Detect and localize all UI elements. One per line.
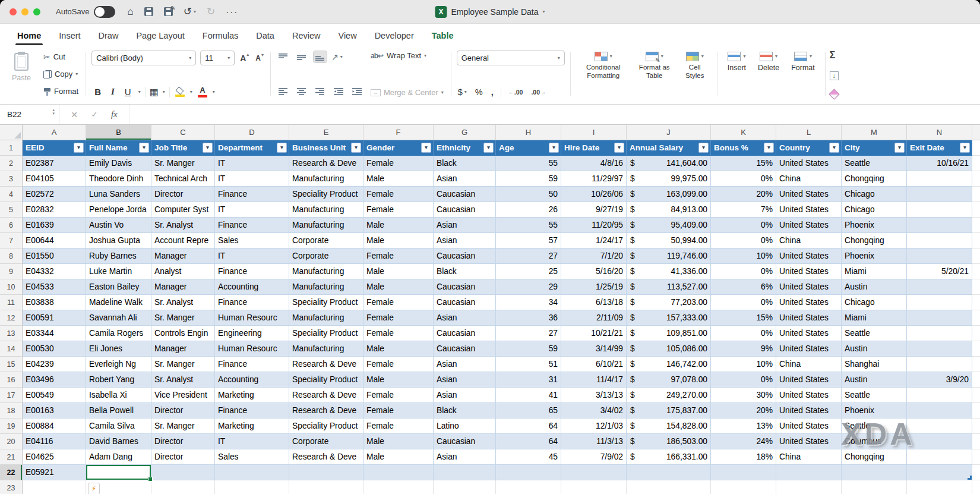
grid-empty-area[interactable]	[972, 403, 980, 419]
cell-K12[interactable]: 15%	[711, 310, 776, 326]
cell-D11[interactable]: Finance	[215, 295, 289, 310]
decrease-indent-button[interactable]	[331, 85, 346, 97]
cell-H10[interactable]: 29	[496, 279, 561, 295]
cell-E4[interactable]: Speciality Product	[289, 187, 363, 202]
cell-A7[interactable]: E00644	[23, 233, 86, 248]
cell-H2[interactable]: 55	[496, 156, 561, 171]
cell-E10[interactable]: Manufacturing	[289, 279, 363, 295]
filter-button[interactable]: ▼	[960, 143, 970, 153]
table-header-cell[interactable]: Annual Salary▼	[627, 140, 711, 156]
insert-function-icon[interactable]: fx	[111, 109, 118, 119]
cell-A3[interactable]: E04105	[23, 171, 86, 187]
cell-E7[interactable]: Corporate	[289, 233, 363, 248]
cell-L20[interactable]: United States	[776, 434, 842, 449]
more-options-icon[interactable]: ···	[226, 7, 238, 17]
cell-F14[interactable]: Male	[363, 341, 434, 357]
cell-I19[interactable]: 12/1/03	[561, 419, 627, 434]
grid-empty-area[interactable]	[972, 372, 980, 388]
cell-C15[interactable]: Sr. Manger	[151, 357, 215, 372]
cell-G5[interactable]: Caucasian	[434, 202, 496, 218]
cell-J7[interactable]: $50,994.00	[627, 233, 711, 248]
table-header-cell[interactable]: Hire Date▼	[561, 140, 627, 156]
column-header-D[interactable]: D	[215, 125, 289, 140]
cell-D4[interactable]: Finance	[215, 187, 289, 202]
row-header-21[interactable]: 21	[0, 449, 23, 465]
cell-D20[interactable]: IT	[215, 434, 289, 449]
row-header-14[interactable]: 14	[0, 341, 23, 357]
cell-A5[interactable]: E02832	[23, 202, 86, 218]
cell-N20[interactable]	[907, 434, 972, 449]
cell-N7[interactable]	[907, 233, 972, 248]
cell-L4[interactable]: United States	[776, 187, 842, 202]
cell-M4[interactable]: Chicago	[842, 187, 907, 202]
tab-view[interactable]: View	[329, 26, 365, 45]
increase-indent-button[interactable]	[350, 85, 364, 97]
cell-G4[interactable]: Caucasian	[434, 187, 496, 202]
cell-L13[interactable]: United States	[776, 326, 842, 341]
cell-H11[interactable]: 34	[496, 295, 561, 310]
cell-F6[interactable]: Male	[363, 218, 434, 233]
grid-empty-area[interactable]	[972, 388, 980, 403]
cell-F3[interactable]: Male	[363, 171, 434, 187]
cell-A8[interactable]: E01550	[23, 248, 86, 264]
cell-L14[interactable]: United States	[776, 341, 842, 357]
cell-N18[interactable]	[907, 403, 972, 419]
cell-I22[interactable]	[561, 465, 627, 480]
cell-F18[interactable]: Female	[363, 403, 434, 419]
cell-L7[interactable]: China	[776, 233, 842, 248]
save-as-icon[interactable]: ✎	[164, 7, 173, 16]
cell-B20[interactable]: David Barnes	[86, 434, 151, 449]
cell-I17[interactable]: 3/13/13	[561, 388, 627, 403]
cell-N9[interactable]: 5/20/21	[907, 264, 972, 279]
cell-A12[interactable]: E00591	[23, 310, 86, 326]
cell-C21[interactable]: Director	[151, 449, 215, 465]
percent-format-button[interactable]: %	[474, 87, 484, 97]
cell-D18[interactable]: Finance	[215, 403, 289, 419]
cell-K7[interactable]: 0%	[711, 233, 776, 248]
cell-E15[interactable]: Research & Deve	[289, 357, 363, 372]
cell-H14[interactable]: 59	[496, 341, 561, 357]
cell-F17[interactable]: Female	[363, 388, 434, 403]
cell-M8[interactable]: Phoenix	[842, 248, 907, 264]
grid-empty-area[interactable]	[972, 341, 980, 357]
cell-I14[interactable]: 3/14/99	[561, 341, 627, 357]
row-header-20[interactable]: 20	[0, 434, 23, 449]
cell-B14[interactable]: Eli Jones	[86, 341, 151, 357]
autosum-button[interactable]: Σ	[830, 50, 862, 61]
cell-G19[interactable]: Latino	[434, 419, 496, 434]
filter-button[interactable]: ▼	[421, 143, 431, 153]
cell-C23[interactable]	[151, 480, 215, 494]
cell-N10[interactable]	[907, 279, 972, 295]
cell-A6[interactable]: E01639	[23, 218, 86, 233]
cell-F7[interactable]: Male	[363, 233, 434, 248]
grid-empty-area[interactable]	[972, 202, 980, 218]
cell-K18[interactable]: 20%	[711, 403, 776, 419]
cell-J22[interactable]	[627, 465, 711, 480]
filter-button[interactable]: ▼	[829, 143, 839, 153]
cell-K19[interactable]: 13%	[711, 419, 776, 434]
cell-B16[interactable]: Robert Yang	[86, 372, 151, 388]
cell-D5[interactable]: IT	[215, 202, 289, 218]
cell-E2[interactable]: Research & Deve	[289, 156, 363, 171]
cell-K5[interactable]: 7%	[711, 202, 776, 218]
cell-F16[interactable]: Male	[363, 372, 434, 388]
grid-empty-area[interactable]	[972, 264, 980, 279]
cell-B10[interactable]: Easton Bailey	[86, 279, 151, 295]
cell-D7[interactable]: Sales	[215, 233, 289, 248]
cell-H9[interactable]: 25	[496, 264, 561, 279]
cell-A2[interactable]: E02387	[23, 156, 86, 171]
cell-L11[interactable]: United States	[776, 295, 842, 310]
cell-K11[interactable]: 0%	[711, 295, 776, 310]
save-icon[interactable]	[144, 7, 153, 16]
cell-C3[interactable]: Technical Arch	[151, 171, 215, 187]
row-header-10[interactable]: 10	[0, 279, 23, 295]
row-header-3[interactable]: 3	[0, 171, 23, 187]
cell-E22[interactable]	[289, 465, 363, 480]
cell-F2[interactable]: Female	[363, 156, 434, 171]
cell-K17[interactable]: 30%	[711, 388, 776, 403]
grid-empty-area[interactable]	[972, 295, 980, 310]
grid-empty-area[interactable]	[972, 279, 980, 295]
cell-E12[interactable]: Manufacturing	[289, 310, 363, 326]
cell-I8[interactable]: 7/1/20	[561, 248, 627, 264]
table-header-cell[interactable]: Ethnicity▼	[434, 140, 496, 156]
